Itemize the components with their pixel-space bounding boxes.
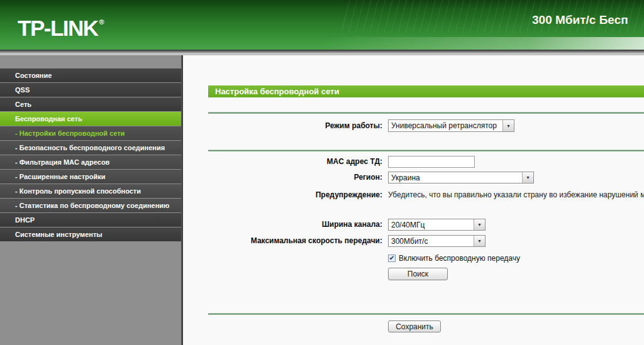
sidebar-item-mac-filtering[interactable]: - Фильтрация MAC адресов bbox=[0, 155, 181, 169]
save-button[interactable]: Сохранить bbox=[388, 320, 441, 332]
tp-link-logo: TP-LINK® bbox=[18, 10, 104, 40]
chevron-down-icon[interactable]: ▼ bbox=[502, 120, 514, 131]
sidebar-item-status[interactable]: Состояние bbox=[0, 68, 181, 82]
enable-wireless-checkbox[interactable]: ✔ bbox=[388, 255, 396, 262]
separator bbox=[208, 112, 644, 114]
check-icon: ✔ bbox=[389, 255, 394, 261]
mac-input[interactable] bbox=[388, 156, 475, 168]
max-rate-select-value: 300Мбит/с bbox=[389, 236, 474, 246]
region-select-value: Украина bbox=[389, 172, 522, 183]
mac-label: MAC адрес ТД: bbox=[208, 156, 382, 168]
registered-mark: ® bbox=[99, 18, 104, 26]
mode-select-value: Универсальный ретранслятор bbox=[389, 120, 502, 131]
chevron-down-icon[interactable]: ▼ bbox=[474, 219, 485, 230]
content-area bbox=[183, 55, 644, 345]
enable-wireless-label: Включить беспроводную передачу bbox=[399, 254, 520, 263]
sidebar-item-wireless[interactable]: Беспроводная сеть bbox=[0, 112, 181, 126]
sidebar: Состояние QSS Сеть Беспроводная сеть - Н… bbox=[0, 55, 181, 345]
channel-width-select-value: 20/40МГц bbox=[389, 219, 474, 230]
region-select[interactable]: Украина ▼ bbox=[388, 172, 534, 183]
chevron-down-icon[interactable]: ▼ bbox=[522, 172, 533, 183]
header: TP-LINK® 300 Мбит/с Бесп bbox=[0, 0, 644, 50]
mode-label: Режим работы: bbox=[208, 119, 382, 132]
warning-label: Предупреждение: bbox=[208, 190, 382, 199]
max-rate-select[interactable]: 300Мбит/с ▼ bbox=[388, 235, 486, 247]
sidebar-item-qss[interactable]: QSS bbox=[0, 83, 181, 97]
sidebar-item-advanced[interactable]: - Расширенные настройки bbox=[0, 170, 181, 183]
separator bbox=[208, 150, 644, 151]
sidebar-menu: Состояние QSS Сеть Беспроводная сеть - Н… bbox=[0, 68, 181, 242]
mode-select[interactable]: Универсальный ретранслятор ▼ bbox=[388, 119, 514, 132]
sidebar-item-wireless-statistics[interactable]: - Статистика по беспроводному соединению bbox=[0, 199, 181, 212]
chevron-down-icon[interactable]: ▼ bbox=[474, 236, 485, 246]
channel-width-label: Ширина канала: bbox=[208, 219, 382, 231]
search-button[interactable]: Поиск bbox=[388, 268, 448, 280]
sidebar-item-bandwidth-control[interactable]: - Контроль пропускной способности bbox=[0, 184, 181, 198]
sidebar-item-system-tools[interactable]: Системные инструменты bbox=[0, 227, 181, 241]
warning-text: Убедитесь, что вы правильно указали стра… bbox=[388, 190, 644, 199]
page-title: Настройка беспроводной сети bbox=[208, 85, 644, 97]
sidebar-item-dhcp[interactable]: DHCP bbox=[0, 213, 181, 227]
sidebar-item-network[interactable]: Сеть bbox=[0, 97, 181, 111]
region-label: Регион: bbox=[208, 172, 382, 183]
logo-text: TP-LINK bbox=[18, 16, 98, 40]
header-tagline: 300 Мбит/с Бесп bbox=[532, 13, 628, 27]
sidebar-item-wireless-security[interactable]: - Безопасность беспроводного соединения bbox=[0, 141, 181, 155]
sidebar-item-wireless-settings[interactable]: - Настройки беспроводной сети bbox=[0, 126, 181, 140]
silver-strip bbox=[0, 50, 644, 55]
max-rate-label: Максимальная скорость передачи: bbox=[208, 235, 382, 247]
channel-width-select[interactable]: 20/40МГц ▼ bbox=[388, 219, 486, 231]
separator bbox=[208, 313, 644, 315]
